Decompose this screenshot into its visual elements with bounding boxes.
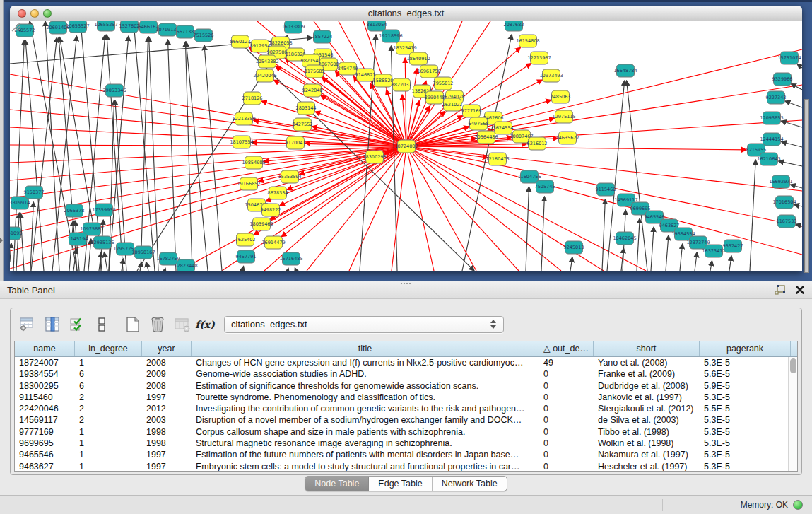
network-node[interactable]: 1621022 (442, 98, 463, 111)
network-node[interactable]: 18107554 (230, 136, 253, 148)
network-node[interactable]: 7857224 (312, 30, 333, 43)
network-window[interactable]: citations_edges.txt 18724007866012389129… (10, 6, 802, 271)
network-node[interactable]: 1527602 (119, 21, 140, 33)
network-node[interactable]: 1588520 (373, 74, 394, 87)
delete-column-button[interactable] (172, 314, 193, 335)
network-window-titlebar[interactable]: citations_edges.txt (10, 6, 802, 21)
network-node[interactable]: 17359938 (92, 204, 115, 216)
network-node[interactable]: 8427552 (293, 118, 313, 131)
network-node[interactable]: 16648784 (613, 64, 637, 77)
network-node[interactable]: 18300295 (363, 151, 386, 163)
network-node[interactable]: 16033809 (281, 21, 305, 33)
column-header-title[interactable]: title (192, 341, 539, 356)
network-node[interactable]: 9170041 (286, 136, 306, 149)
network-node[interactable]: 9498222 (261, 204, 281, 216)
network-node[interactable]: 12160475 (486, 153, 509, 165)
network-node[interactable]: 7625402 (235, 233, 256, 246)
show-column-button[interactable] (42, 314, 63, 335)
network-node[interactable]: 7955812 (433, 77, 454, 90)
network-node[interactable]: 29053346 (102, 84, 126, 97)
network-node[interactable]: 1841095 (10, 227, 22, 240)
network-node[interactable]: 1167533 (777, 215, 797, 228)
network-node[interactable]: 15692971 (769, 175, 792, 188)
network-node[interactable]: 20564486 (474, 131, 498, 144)
network-node[interactable]: 9115460 (596, 183, 616, 196)
network-node[interactable]: 10973493 (539, 69, 563, 82)
table-row[interactable]: 977716911998Corpus callosum shape and si… (15, 426, 797, 438)
network-node[interactable]: 9242848 (302, 84, 323, 97)
table-row[interactable]: 946362711997Embryonic stem cells: a mode… (15, 461, 797, 472)
network-canvas[interactable]: 1872400786601238912954182260589827508818… (10, 21, 802, 271)
float-panel-icon[interactable] (775, 284, 787, 296)
memory-ok-indicator[interactable] (793, 500, 803, 510)
network-node[interactable]: 9245013 (564, 241, 584, 254)
tab-network-table[interactable]: Network Table (433, 477, 507, 491)
table-row[interactable]: 1456911722003Disruption of a novel membe… (15, 414, 797, 426)
network-node[interactable]: 16154808 (516, 35, 539, 47)
network-node[interactable]: 9227343 (766, 91, 787, 104)
table-row[interactable]: 969969511998Structural magnetic resonanc… (15, 438, 797, 449)
column-header-name[interactable]: name (15, 341, 75, 356)
tab-edge-table[interactable]: Edge Table (369, 477, 432, 491)
network-node[interactable]: 16210643 (757, 153, 780, 165)
network-node[interactable]: 9532427 (723, 240, 743, 252)
table-row[interactable]: 946554611997Estimation of the future num… (15, 449, 797, 460)
table-row[interactable]: 1872400712008Changes of HCN gene express… (15, 357, 797, 368)
column-header-short[interactable]: short (594, 341, 700, 356)
delete-table-button[interactable] (147, 314, 168, 335)
column-header-out_de[interactable]: △ out_de… (539, 341, 594, 356)
table-vertical-scrollbar[interactable] (788, 357, 797, 471)
network-node[interactable]: 16914479 (261, 236, 285, 249)
column-header-year[interactable]: year (142, 341, 192, 356)
row-height-button[interactable] (91, 314, 112, 335)
network-node[interactable]: 2087682 (504, 21, 524, 31)
network-node[interactable]: 9457791 (236, 250, 257, 263)
close-panel-icon[interactable] (795, 285, 805, 295)
network-node[interactable]: 18039469 (249, 218, 273, 230)
network-node[interactable]: 12935135 (90, 236, 114, 249)
network-node[interactable]: 7485063 (551, 90, 571, 103)
network-node[interactable]: 2803144 (296, 102, 317, 115)
network-node[interactable]: 12213967 (527, 52, 551, 64)
network-node[interactable]: 3624554 (493, 122, 514, 134)
table-settings-button[interactable] (17, 314, 38, 335)
network-node[interactable]: 10958167 (131, 246, 155, 259)
network-node[interactable]: 19854985 (242, 156, 265, 169)
network-node[interactable]: 10462045 (613, 232, 636, 245)
table-selector-dropdown[interactable]: citations_edges.txt (224, 316, 504, 333)
tab-node-table[interactable]: Node Table (305, 477, 369, 491)
network-node[interactable]: 10653527 (66, 21, 89, 33)
network-node[interactable]: 15751074 (777, 52, 801, 64)
function-builder-button[interactable]: f(x) (193, 319, 217, 330)
network-node[interactable]: 15716485 (279, 252, 302, 265)
network-node[interactable]: 15353594 (278, 170, 301, 183)
network-node[interactable]: 8660123 (230, 35, 251, 48)
network-node[interactable]: 19218596 (379, 30, 402, 42)
network-node[interactable]: 18640910 (406, 52, 430, 65)
network-node[interactable]: 8878334 (268, 187, 288, 199)
table-row[interactable]: 1830029562008Estimation of significance … (15, 380, 797, 392)
expand-panel-arrow-icon[interactable] (0, 238, 3, 243)
column-header-pagerank[interactable]: pagerank (700, 341, 791, 356)
table-row[interactable]: 2242004622012Investigating the contribut… (15, 403, 797, 414)
network-node[interactable]: 12213359 (232, 112, 255, 125)
select-rows-button[interactable] (66, 314, 88, 335)
network-node[interactable]: 9329966 (772, 73, 793, 86)
network-node[interactable]: 2065378 (64, 204, 85, 217)
network-node[interactable]: 2718126 (242, 92, 263, 105)
network-node[interactable]: 3175685 (305, 65, 325, 78)
control-panel-collapsed-strip[interactable] (0, 0, 4, 281)
network-node[interactable]: 14635627 (555, 132, 579, 144)
network-graph[interactable]: 1872400786601238912954182260589827508818… (10, 21, 802, 271)
network-node[interactable]: 10543382 (255, 55, 278, 68)
network-node[interactable]: 16961758 (417, 65, 440, 78)
table-row[interactable]: 1938455462009Genome-wide association stu… (15, 368, 797, 380)
table-row[interactable]: 911546021997Tourette syndrome. Phenomeno… (15, 392, 797, 403)
network-node[interactable]: 9777169 (461, 105, 482, 117)
window-resize-grip[interactable] (10, 21, 20, 32)
network-node[interactable]: 8822037 (392, 78, 412, 91)
network-node[interactable]: 12975115 (552, 110, 575, 123)
network-node-hub[interactable]: 18724007 (394, 140, 418, 153)
network-node[interactable]: 12093853 (760, 112, 783, 124)
network-node[interactable]: 7505745 (535, 180, 555, 193)
